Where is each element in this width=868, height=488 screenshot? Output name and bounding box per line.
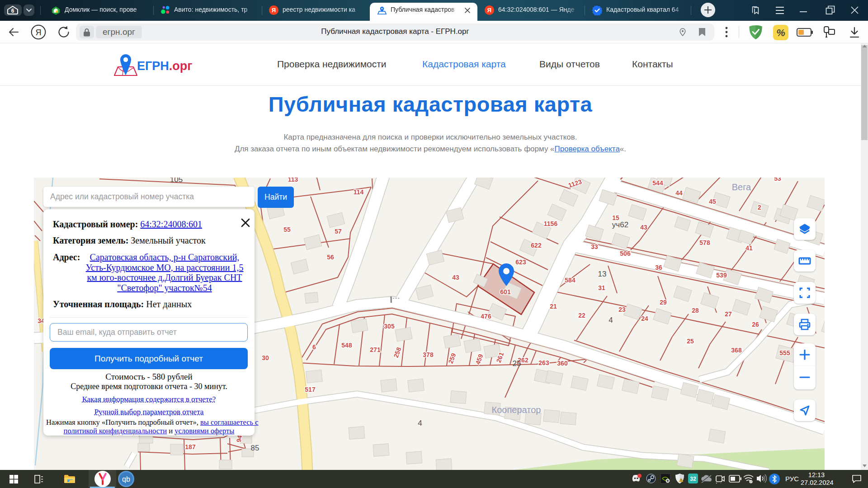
svg-text:%: %	[776, 27, 785, 38]
svg-text:506: 506	[620, 250, 631, 257]
svg-text:44: 44	[675, 189, 683, 197]
svg-text:6: 6	[11, 8, 14, 14]
svg-text:4: 4	[609, 316, 613, 324]
svg-text:517: 517	[305, 386, 316, 393]
svg-text:Я: Я	[272, 7, 276, 14]
svg-text:Кооператор: Кооператор	[492, 405, 541, 415]
svg-text:56: 56	[327, 253, 334, 261]
svg-text:Вега: Вега	[732, 182, 751, 192]
svg-text:уч62: уч62	[612, 221, 628, 229]
svg-text:26: 26	[752, 321, 759, 328]
svg-text:13: 13	[598, 270, 607, 278]
svg-text:584: 584	[565, 277, 576, 284]
svg-text:622: 622	[531, 242, 542, 249]
svg-text:57: 57	[335, 228, 342, 235]
svg-text:360: 360	[557, 360, 568, 367]
svg-text:27: 27	[725, 310, 732, 318]
svg-text:ЕГРН.орг: ЕГРН.орг	[137, 59, 193, 73]
svg-text:544: 544	[652, 179, 663, 187]
svg-text:qb: qb	[122, 475, 130, 483]
svg-text:32: 32	[690, 476, 696, 482]
svg-text:29: 29	[660, 299, 667, 306]
svg-text:21: 21	[550, 303, 557, 310]
svg-text:368: 368	[731, 347, 742, 354]
svg-text:31: 31	[598, 284, 605, 291]
svg-text:305: 305	[384, 323, 395, 330]
svg-text:22: 22	[578, 312, 585, 319]
svg-text:55: 55	[283, 226, 291, 233]
svg-text:30: 30	[262, 354, 269, 361]
svg-text:33: 33	[591, 243, 598, 250]
svg-text:105: 105	[170, 178, 183, 184]
svg-text:623: 623	[515, 258, 526, 266]
svg-text:578: 578	[699, 239, 710, 246]
svg-text:41: 41	[745, 244, 753, 252]
svg-text:1156: 1156	[544, 220, 558, 227]
svg-text:Я: Я	[487, 7, 491, 14]
svg-text:Я: Я	[36, 28, 42, 37]
svg-text:476: 476	[481, 313, 491, 320]
svg-text:263: 263	[538, 359, 549, 366]
svg-text:53: 53	[774, 178, 781, 182]
svg-text:187: 187	[185, 443, 196, 450]
svg-text:601: 601	[500, 288, 511, 296]
svg-text:36: 36	[655, 264, 662, 271]
svg-text:43: 43	[452, 274, 459, 281]
svg-text:4: 4	[418, 419, 422, 427]
svg-text:271: 271	[370, 346, 381, 353]
svg-text:23: 23	[618, 306, 626, 313]
svg-text:113: 113	[288, 178, 298, 183]
svg-text:25: 25	[513, 359, 521, 368]
svg-text:114: 114	[354, 188, 364, 196]
svg-text:539: 539	[716, 272, 727, 279]
svg-text:6: 6	[312, 343, 316, 351]
svg-text:555: 555	[779, 349, 790, 357]
svg-text:94: 94	[235, 435, 243, 443]
svg-text:43: 43	[640, 224, 647, 231]
svg-text:28: 28	[692, 307, 699, 314]
svg-text:548: 548	[341, 342, 352, 349]
svg-text:25: 25	[687, 338, 694, 345]
svg-text:2: 2	[758, 204, 761, 211]
svg-text:378: 378	[423, 351, 434, 358]
svg-text:45: 45	[709, 198, 716, 205]
svg-text:24: 24	[641, 315, 648, 322]
svg-text:85: 85	[251, 444, 259, 452]
